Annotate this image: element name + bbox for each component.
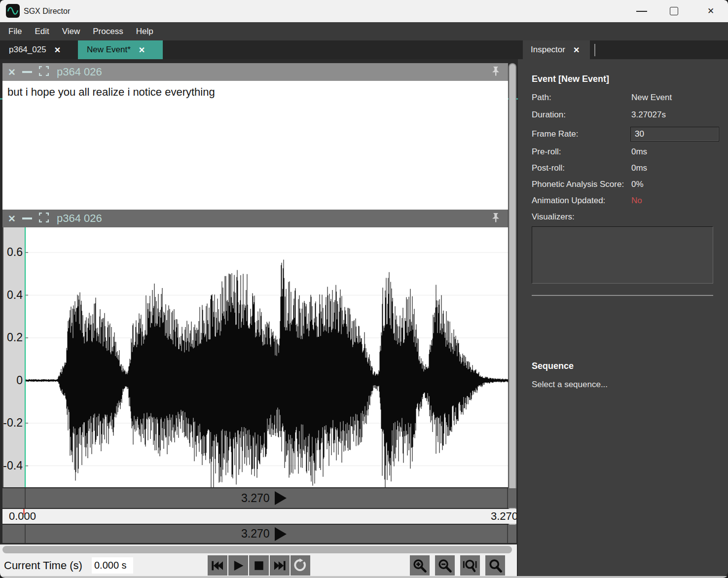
stop-button[interactable] [249, 555, 269, 576]
slider-start-handle[interactable] [25, 525, 26, 543]
app-window: SGX Director ✕ File Edit View Process He… [0, 0, 728, 578]
tab-new-event[interactable]: New Event* ✕ [78, 40, 163, 59]
zoom-selection-icon [488, 558, 503, 573]
y-tick: 0.2 [3, 331, 23, 344]
pin-icon[interactable] [490, 66, 501, 80]
menu-edit[interactable]: Edit [28, 22, 55, 40]
slider-end-handle[interactable] [507, 525, 508, 543]
loop-icon [293, 558, 308, 573]
menu-file[interactable]: File [2, 22, 28, 40]
tabbar: p364_025 ✕ New Event* ✕ Inspector ✕ [0, 40, 728, 59]
field-value-animation-updated: No [631, 196, 642, 206]
titlebar: SGX Director ✕ [0, 0, 728, 22]
panel-minimize-icon[interactable] [22, 71, 32, 73]
pin-icon[interactable] [490, 213, 501, 226]
minimize-button[interactable] [636, 11, 647, 12]
tab-close-icon[interactable]: ✕ [139, 45, 145, 55]
inspector-separator [532, 295, 713, 296]
waveform-plot[interactable] [25, 227, 508, 487]
timeline-slider-top[interactable]: 3.270 [2, 488, 516, 508]
vertical-scrollbar-thumb[interactable] [510, 64, 515, 542]
transcript-panel-body[interactable]: but i hope you all realize i notice ever… [2, 81, 508, 210]
field-label-path: Path: [532, 93, 551, 103]
waveform-panel-body: 0.6 0.4 0.2 0 -0.2 -0.4 [2, 227, 508, 487]
loop-button[interactable] [291, 555, 310, 576]
play-marker-icon[interactable] [275, 491, 287, 505]
panel-close-icon[interactable]: ✕ [8, 67, 16, 78]
field-value-phonetic-score: 0% [631, 180, 644, 189]
timeline-slider-bottom[interactable]: 3.270 [2, 525, 516, 543]
audio-waveform [25, 260, 508, 488]
skip-to-end-icon [273, 559, 287, 573]
stop-icon [252, 559, 266, 573]
ruler-end-label: 3.270 [491, 509, 516, 524]
panel-minimize-icon[interactable] [22, 217, 32, 219]
y-tick: 0 [3, 374, 23, 387]
horizontal-scrollbar-thumb[interactable] [2, 546, 512, 553]
panel-title: p364 026 [57, 212, 102, 225]
y-tick: 0.6 [3, 246, 23, 259]
transcript-panel-header[interactable]: ✕ p364 026 [2, 63, 508, 81]
playhead-tick [23, 509, 25, 514]
slider-end-handle[interactable] [507, 488, 508, 508]
play-button[interactable] [228, 555, 248, 576]
waveform-panel-header[interactable]: ✕ p364 026 [2, 210, 508, 227]
maximize-button[interactable] [670, 7, 678, 15]
tab-close-icon[interactable]: ✕ [54, 45, 61, 55]
timeline-ruler[interactable]: 0.000 3.270 [2, 509, 516, 524]
inspector-section-header: Event [New Event] [532, 74, 609, 84]
close-button[interactable]: ✕ [702, 0, 720, 22]
visualizers-list[interactable] [532, 226, 713, 284]
field-value-path: New Event [631, 93, 672, 103]
menubar: File Edit View Process Help [0, 22, 728, 40]
skip-to-start-icon [211, 559, 224, 573]
field-label-post-roll: Post-roll: [532, 163, 565, 173]
zoom-out-icon [437, 558, 452, 573]
field-label-duration: Duration: [532, 110, 566, 120]
panel-expand-icon[interactable] [39, 66, 49, 78]
menu-help[interactable]: Help [130, 22, 160, 40]
slider-time-label: 3.270 [241, 527, 270, 541]
inspector-panel: Event [New Event] Path: New Event Durati… [518, 59, 728, 576]
y-tick: -0.4 [3, 459, 23, 472]
field-value-pre-roll: 0ms [631, 147, 647, 157]
play-icon [231, 559, 245, 573]
frame-rate-input[interactable] [630, 127, 719, 142]
visualizers-label: Visualizers: [532, 212, 575, 222]
menu-view[interactable]: View [56, 22, 87, 40]
tab-p364-025[interactable]: p364_025 ✕ [0, 40, 78, 59]
play-marker-icon[interactable] [275, 527, 287, 541]
current-time-input[interactable]: 0.000 s [92, 557, 133, 574]
zoom-fit-button[interactable] [460, 555, 480, 576]
tab-inspector[interactable]: Inspector ✕ [523, 40, 590, 59]
panel-title: p364 026 [57, 66, 102, 78]
panel-close-icon[interactable]: ✕ [8, 213, 16, 224]
tab-label: p364_025 [9, 45, 46, 55]
panel-expand-icon[interactable] [39, 213, 49, 224]
vertical-scrollbar[interactable] [509, 63, 516, 542]
ruler-start-label: 0.000 [9, 509, 36, 524]
sequence-header: Sequence [532, 361, 574, 371]
field-value-duration: 3.27027s [631, 110, 666, 120]
field-label-phonetic-score: Phonetic Analysis Score: [532, 180, 624, 189]
slider-time-label: 3.270 [241, 492, 270, 505]
field-label-frame-rate: Frame Rate: [532, 129, 578, 139]
y-tick: 0.4 [3, 289, 23, 302]
zoom-in-button[interactable] [410, 555, 430, 576]
skip-to-start-button[interactable] [208, 555, 227, 576]
zoom-selection-button[interactable] [485, 555, 505, 576]
skip-to-end-button[interactable] [270, 555, 290, 576]
field-value-post-roll: 0ms [631, 163, 647, 173]
tab-close-icon[interactable]: ✕ [573, 45, 580, 55]
menu-process[interactable]: Process [86, 22, 129, 40]
zoom-in-icon [412, 558, 427, 573]
transcript-text: but i hope you all realize i notice ever… [7, 86, 215, 99]
zoom-out-button[interactable] [435, 555, 455, 576]
zoom-controls [410, 555, 505, 576]
slider-start-handle[interactable] [25, 488, 26, 508]
current-time-label: Current Time (s) [4, 555, 82, 576]
tab-label: Inspector [531, 45, 565, 55]
tab-separator [594, 44, 595, 56]
sequence-placeholder: Select a sequence... [532, 380, 608, 390]
bottom-toolbar: Current Time (s) 0.000 s [0, 544, 517, 576]
